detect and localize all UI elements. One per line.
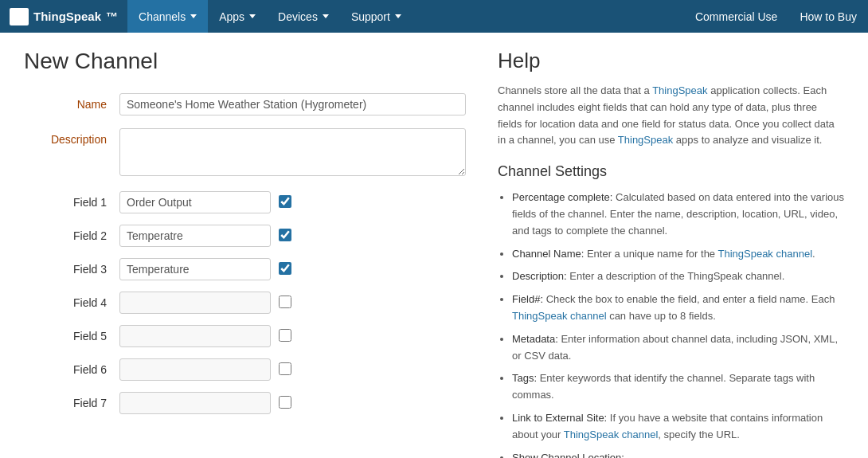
field-3-input[interactable] <box>119 258 271 280</box>
field-1-input-wrapper <box>119 191 271 213</box>
navbar: ThingSpeak™ Channels Apps Devices Suppor… <box>0 0 868 33</box>
help-term-field: Field#: <box>512 293 543 305</box>
logo-icon <box>10 8 29 25</box>
field-7-input-wrapper <box>119 392 271 414</box>
main-container: New Channel Name Description Field 1 <box>0 33 868 458</box>
field-5-input-wrapper <box>119 325 271 347</box>
help-term-channel-name: Channel Name: <box>512 248 584 260</box>
field-1-row: Field 1 <box>24 191 466 213</box>
brand-tm: ™ <box>106 10 118 23</box>
help-thingspeak-link-5[interactable]: ThingSpeak channel <box>564 429 659 440</box>
help-item-tags: Tags: Enter keywords that identify the c… <box>512 370 844 404</box>
help-item-description: Description: Enter a description of the … <box>512 268 844 285</box>
field-4-label: Field 4 <box>24 296 119 309</box>
field-4-input-wrapper <box>119 292 271 314</box>
field-2-input[interactable] <box>119 225 271 247</box>
name-input-wrapper <box>119 93 466 115</box>
field-1-checkbox-wrapper <box>279 195 291 210</box>
field-5-label: Field 5 <box>24 330 119 343</box>
name-input[interactable] <box>119 93 466 115</box>
name-row: Name <box>24 93 466 115</box>
name-label: Name <box>24 93 119 111</box>
right-panel: Help Channels store all the data that a … <box>490 49 844 458</box>
field-7-label: Field 7 <box>24 397 119 409</box>
field-3-checkbox-wrapper <box>279 262 291 277</box>
field-2-input-wrapper <box>119 225 271 247</box>
field-4-checkbox-wrapper <box>279 296 291 311</box>
help-title: Help <box>498 49 844 73</box>
description-label: Description <box>24 128 119 146</box>
field-7-checkbox[interactable] <box>279 396 291 409</box>
help-term-percentage: Percentage complete: <box>512 191 612 203</box>
field-6-input[interactable] <box>119 358 271 381</box>
nav-how-to-buy[interactable]: How to Buy <box>788 0 868 33</box>
field-5-input[interactable] <box>119 325 271 347</box>
field-4-checkbox[interactable] <box>279 296 291 308</box>
help-item-channel-name: Channel Name: Enter a unique name for th… <box>512 246 844 263</box>
field-6-checkbox-wrapper <box>279 362 291 378</box>
channels-dropdown-icon <box>190 14 197 18</box>
help-term-link: Link to External Site: <box>512 412 607 424</box>
nav-commercial-use[interactable]: Commercial Use <box>684 0 788 33</box>
nav-channels[interactable]: Channels <box>127 0 208 33</box>
nav-devices[interactable]: Devices <box>267 0 340 33</box>
nav-right: Commercial Use How to Buy <box>684 0 868 33</box>
help-item-link: Link to External Site: If you have a web… <box>512 410 844 444</box>
field-3-input-wrapper <box>119 258 271 280</box>
field-6-input-wrapper <box>119 358 271 381</box>
field-2-checkbox[interactable] <box>279 229 291 241</box>
help-thingspeak-link-1[interactable]: ThingSpeak <box>652 84 707 96</box>
field-7-input[interactable] <box>119 392 271 414</box>
help-item-metadata: Metadata: Enter information about channe… <box>512 331 844 365</box>
help-thingspeak-link-3[interactable]: ThingSpeak channel <box>717 248 812 260</box>
field-1-input[interactable] <box>119 191 271 213</box>
page-title: New Channel <box>24 49 466 74</box>
description-input-wrapper <box>119 128 466 178</box>
left-panel: New Channel Name Description Field 1 <box>24 49 466 458</box>
field-6-label: Field 6 <box>24 363 119 376</box>
field-2-row: Field 2 <box>24 225 466 247</box>
help-section-title: Channel Settings <box>498 163 844 180</box>
field-4-input[interactable] <box>119 292 271 314</box>
field-2-label: Field 2 <box>24 229 119 242</box>
support-dropdown-icon <box>395 14 401 18</box>
field-3-checkbox[interactable] <box>279 262 291 275</box>
brand-logo[interactable]: ThingSpeak™ <box>0 0 127 33</box>
help-item-field: Field#: Check the box to enable the fiel… <box>512 292 844 325</box>
apps-dropdown-icon <box>249 14 256 18</box>
devices-dropdown-icon <box>323 14 329 18</box>
field-3-row: Field 3 <box>24 258 466 280</box>
help-term-tags: Tags: <box>512 372 537 384</box>
field-1-checkbox[interactable] <box>279 195 291 208</box>
field-7-checkbox-wrapper <box>279 396 291 411</box>
brand-name: ThingSpeak <box>33 10 101 23</box>
nav-support[interactable]: Support <box>340 0 412 33</box>
help-term-metadata: Metadata: <box>512 333 558 345</box>
field-1-label: Field 1 <box>24 196 119 209</box>
field-5-checkbox-wrapper <box>279 329 291 344</box>
help-term-description: Description: <box>512 270 567 282</box>
nav-apps[interactable]: Apps <box>208 0 267 33</box>
help-intro: Channels store all the data that a Thing… <box>498 83 844 149</box>
field-2-checkbox-wrapper <box>279 229 291 244</box>
description-row: Description <box>24 128 466 178</box>
field-5-row: Field 5 <box>24 325 466 347</box>
help-item-percentage: Percentage complete: Calculated based on… <box>512 190 844 239</box>
description-textarea[interactable] <box>119 128 466 176</box>
help-list: Percentage complete: Calculated based on… <box>498 190 844 458</box>
help-term-location: Show Channel Location: <box>512 452 624 458</box>
nav-items: Channels Apps Devices Support <box>127 0 684 33</box>
field-6-row: Field 6 <box>24 358 466 381</box>
help-item-location: Show Channel Location: <box>512 450 844 458</box>
field-3-label: Field 3 <box>24 263 119 276</box>
field-5-checkbox[interactable] <box>279 329 291 342</box>
field-6-checkbox[interactable] <box>279 362 291 375</box>
help-thingspeak-link-2[interactable]: ThingSpeak <box>618 134 673 146</box>
help-thingspeak-link-4[interactable]: ThingSpeak channel <box>512 310 607 322</box>
field-7-row: Field 7 <box>24 392 466 414</box>
field-4-row: Field 4 <box>24 292 466 314</box>
